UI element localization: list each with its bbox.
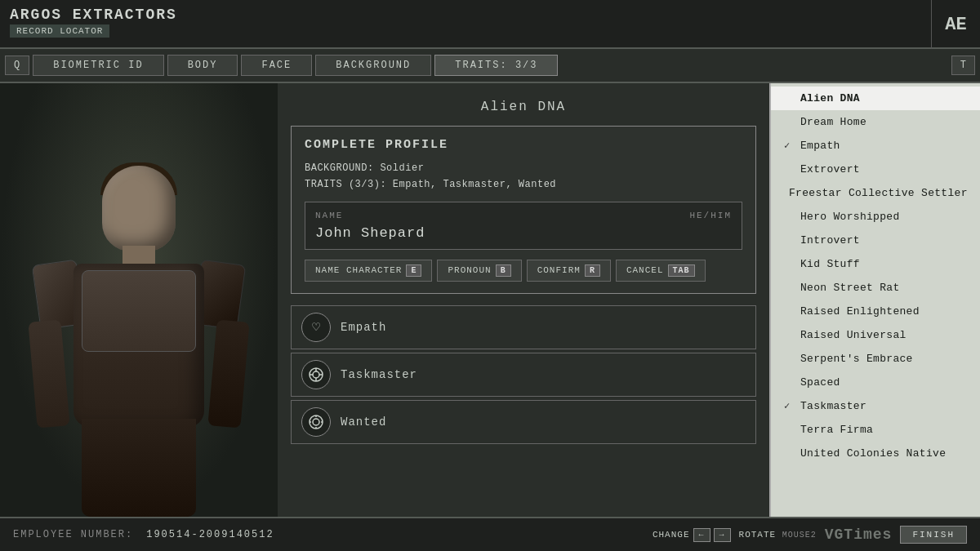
taskmaster-icon xyxy=(301,360,331,389)
name-value: John Shepard xyxy=(315,225,732,241)
main-area: Alien DNA COMPLETE PROFILE BACKGROUND: S… xyxy=(0,83,980,517)
background-value: Soldier xyxy=(380,162,424,174)
trait-item-wanted[interactable]: Wanted xyxy=(291,400,756,444)
change-label: CHANGE xyxy=(653,530,690,540)
t-button[interactable]: T xyxy=(951,56,975,75)
nav-row: Q BIOMETRIC ID BODY FACE BACKGROUND TRAI… xyxy=(0,49,980,83)
panel-title: Alien DNA xyxy=(291,100,756,114)
name-label-row: NAME HE/HIM xyxy=(315,211,732,220)
rotate-control: ROTATE MOUSE2 xyxy=(739,530,817,540)
ae-logo: AE xyxy=(931,0,980,49)
pronoun-label-btn: PRONOUN xyxy=(448,265,491,275)
dropdown-item-extrovert[interactable]: Extrovert xyxy=(771,158,980,181)
dropdown-item-raised-universal[interactable]: Raised Universal xyxy=(771,323,980,347)
change-control: CHANGE ← → xyxy=(653,528,731,542)
portrait-area xyxy=(0,83,278,517)
char-arm-right xyxy=(207,320,249,429)
employee-number: 190514-2009140512 xyxy=(146,529,274,540)
cancel-key: TAB xyxy=(668,264,695,277)
confirm-label: CONFIRM xyxy=(537,265,581,275)
pronoun-label: HE/HIM xyxy=(689,211,732,220)
vgtimes-logo: VGTimes xyxy=(825,527,893,543)
dropdown-item-united-colonies[interactable]: United Colonies Native xyxy=(771,442,980,465)
wanted-icon xyxy=(301,407,331,437)
taskmaster-name: Taskmaster xyxy=(341,368,417,381)
empath-name: Empath xyxy=(341,321,386,334)
profile-box: COMPLETE PROFILE BACKGROUND: Soldier TRA… xyxy=(291,126,756,294)
rotate-label: ROTATE xyxy=(739,530,777,540)
top-bar: ARGOS EXTRACTORS RECORD LOCATOR AE xyxy=(0,0,980,49)
company-name: ARGOS EXTRACTORS xyxy=(10,7,921,23)
dropdown-item-terra-firma[interactable]: Terra Firma xyxy=(771,418,980,442)
cancel-button[interactable]: CANCEL TAB xyxy=(616,260,706,282)
finish-button[interactable]: FINISH xyxy=(900,526,967,544)
tab-body[interactable]: BODY xyxy=(167,55,238,76)
svg-point-6 xyxy=(310,415,323,429)
traits-value: Empath, Taskmaster, Wanted xyxy=(393,179,556,190)
dropdown-item-dream-home[interactable]: Dream Home xyxy=(771,110,980,134)
record-locator: RECORD LOCATOR xyxy=(10,24,109,38)
center-panel: Alien DNA COMPLETE PROFILE BACKGROUND: S… xyxy=(278,83,769,517)
dropdown-item-serpents-embrace[interactable]: Serpent's Embrace xyxy=(771,347,980,371)
dropdown-item-spaced[interactable]: Spaced xyxy=(771,371,980,394)
bottom-right: CHANGE ← → ROTATE MOUSE2 VGTimes FINISH xyxy=(653,526,967,544)
name-label: NAME xyxy=(315,211,343,220)
employee-label: EMPLOYEE NUMBER: xyxy=(13,529,133,540)
tab-background[interactable]: BACKGROUND xyxy=(315,55,431,76)
dropdown-item-kid-stuff[interactable]: Kid Stuff xyxy=(771,252,980,276)
character-figure xyxy=(24,149,253,517)
dropdown-item-taskmaster[interactable]: Taskmaster xyxy=(771,394,980,418)
empath-icon: ♡ xyxy=(301,313,331,342)
bottom-bar: EMPLOYEE NUMBER: 190514-2009140512 CHANG… xyxy=(0,517,980,551)
cancel-label: CANCEL xyxy=(626,265,664,275)
pronoun-button[interactable]: PRONOUN B xyxy=(437,260,521,282)
char-arm-left xyxy=(28,320,69,429)
name-character-label: NAME CHARACTER xyxy=(315,265,402,275)
svg-point-7 xyxy=(313,419,319,425)
name-character-button[interactable]: NAME CHARACTER E xyxy=(305,260,432,282)
dropdown-item-hero-worshipped[interactable]: Hero Worshipped xyxy=(771,205,980,229)
dropdown-item-freestar[interactable]: Freestar Collective Settler xyxy=(771,181,980,205)
char-armor-chest xyxy=(82,270,196,352)
profile-title: COMPLETE PROFILE xyxy=(305,138,742,152)
mouse-label: MOUSE2 xyxy=(782,531,817,540)
change-key-right: → xyxy=(714,528,731,542)
company-header: ARGOS EXTRACTORS RECORD LOCATOR xyxy=(0,0,931,44)
dropdown-item-raised-enlightened[interactable]: Raised Enlightened xyxy=(771,300,980,323)
dropdown-item-introvert[interactable]: Introvert xyxy=(771,229,980,252)
wanted-name: Wanted xyxy=(341,415,386,429)
name-section: NAME HE/HIM John Shepard xyxy=(305,202,742,250)
action-row: NAME CHARACTER E PRONOUN B CONFIRM R CAN… xyxy=(305,260,742,282)
change-key-left: ← xyxy=(693,528,710,542)
tab-traits[interactable]: TRAITS: 3/3 xyxy=(434,55,558,76)
dropdown-item-neon-street-rat[interactable]: Neon Street Rat xyxy=(771,276,980,300)
tab-biometric[interactable]: BIOMETRIC ID xyxy=(33,55,163,76)
confirm-key: R xyxy=(585,264,600,277)
tab-face[interactable]: FACE xyxy=(241,55,312,76)
pronoun-key: B xyxy=(496,264,511,277)
profile-info: BACKGROUND: Soldier TRAITS (3/3): Empath… xyxy=(305,160,742,193)
portrait-bg xyxy=(0,83,278,517)
background-label: BACKGROUND: xyxy=(305,162,374,174)
traits-list: ♡ Empath Taskmaster xyxy=(291,305,756,444)
name-character-key: E xyxy=(406,264,421,277)
traits-label: TRAITS (3/3): xyxy=(305,179,386,190)
dropdown-item-alien-dna[interactable]: Alien DNA xyxy=(771,87,980,110)
char-lower xyxy=(82,419,196,517)
trait-item-empath[interactable]: ♡ Empath xyxy=(291,305,756,349)
dropdown-item-empath[interactable]: Empath xyxy=(771,134,980,158)
svg-point-1 xyxy=(313,371,319,378)
confirm-button[interactable]: CONFIRM R xyxy=(527,260,611,282)
char-head xyxy=(102,166,176,251)
traits-dropdown[interactable]: Alien DNADream HomeEmpathExtrovertFreest… xyxy=(769,83,980,517)
trait-item-taskmaster[interactable]: Taskmaster xyxy=(291,353,756,397)
q-button[interactable]: Q xyxy=(5,56,29,75)
